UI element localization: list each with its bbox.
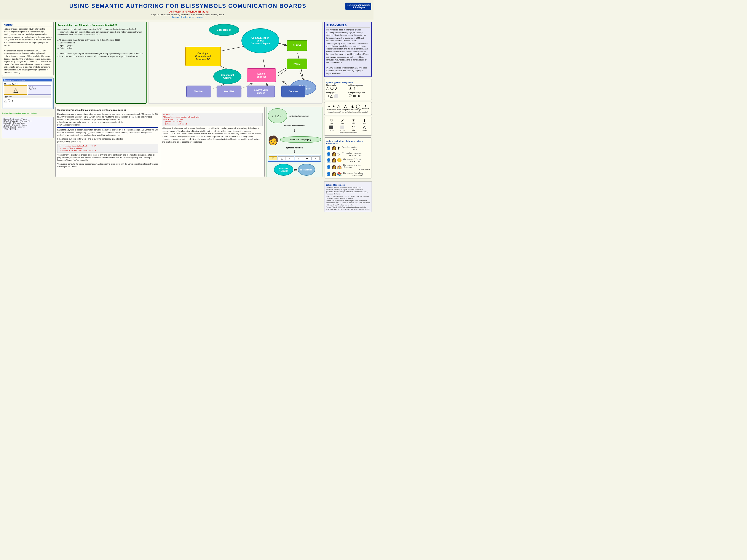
abstract-title: Abstract [4, 24, 52, 27]
bottom-center-row: Generation Process (lexical choice and s… [55, 107, 323, 177]
real-hebrew-1: יש מורה [341, 148, 357, 150]
comm-board-label: Communicationboard:Dynamic Display [251, 36, 270, 45]
affiliation: Dep. of Computer Science, Ben Gurion Uni… [30, 13, 345, 16]
bliss-cell-1: △ [278, 156, 286, 160]
modifiers-caption: Modifiers in Blissymbols [326, 132, 370, 134]
real-sym-1a: 👤 [326, 146, 331, 151]
real-row-2: 👤 👩 ♡ The teacher is a mother המורה היא … [326, 152, 370, 157]
pictographs-row: Pictographs △ ⬡ ∧ [326, 84, 347, 91]
compound-label: Compound symbols [349, 91, 370, 94]
real-text-2: The teacher is a mother המורה היא אמא [342, 152, 362, 156]
symbol-types-content: Pictographs △ ⬡ ∧ Arbitrary symbols ▲ ↑ … [326, 84, 370, 98]
ideographs-row: Ideographs □ △ ⬜ [326, 91, 347, 98]
symbol-variants: △ ▽ △ [29, 86, 51, 88]
symbol-display-main: △ [4, 85, 27, 95]
real-row-4: 👤 👩 🏫 The teacher is in the classroom המ… [326, 164, 370, 170]
mod-love: ♡ Love [326, 118, 337, 125]
symbols-insertion-label: symbols insertion [268, 147, 321, 149]
indicator-mind: △ Mind [327, 104, 331, 111]
brain-sym: ◬ [337, 104, 340, 109]
showing-symbol-label: Showing Symbol [4, 83, 51, 85]
indicator-minds: ▲ Minds [331, 104, 336, 111]
bliss-symbol-grid: ♡ △ □ ↑ ⊕ ∧ [269, 156, 320, 160]
real-english-4: The teacher is in the classroom [343, 164, 370, 168]
real-sym-5b: 👩 [332, 172, 336, 177]
real-hebrew-2: המורה היא אמא [342, 154, 362, 156]
tree-label: Tree [363, 123, 366, 125]
surge-node: SURGE [287, 40, 307, 51]
ontology-link[interactable]: Ontology fragments of concepts and relat… [2, 112, 36, 114]
bidirectional-arrow: ⇄ [294, 168, 297, 172]
bottom-sym-1: △ [4, 99, 7, 103]
email: {yaeln, elhadad}@cs.bgu.ac.il [30, 16, 345, 18]
screenshot-box: Online Bliss Dictionary Showing Symbol △… [2, 78, 54, 109]
mod-forest: ⬜ Forest [337, 125, 347, 131]
blissymbols-title: BLISSYMBOLS [326, 24, 369, 28]
col-center: Augmentative and Alternative Communicati… [55, 22, 323, 212]
modifiers-box: ♡ Love ✗ Hate ∑ Math ⬆ Tree ⬛ Thicket [324, 117, 372, 136]
mod-tree: ⬆ Tree [359, 118, 370, 125]
think-label: Think [350, 109, 355, 111]
bottom-symbols: △ ♡ ↑ [4, 99, 51, 103]
symbol-info: △ ▽ △ Type: think [28, 85, 51, 95]
love-label: Love [329, 123, 333, 125]
header: USING SEMANTIC AUTHORING FOR BLISSYMBOLS… [0, 0, 374, 20]
arbitrary-row: Arbitrary symbols ▲ ↑ ∫ [349, 84, 370, 91]
real-hebrew-4: המורה בכיתה [343, 168, 370, 170]
indicator-thought: ◯ Thought [355, 104, 361, 111]
gen-left-col: Each time a symbol is chosen, the system… [57, 113, 158, 168]
symbol-name-label: Type: think [29, 88, 51, 90]
symbol-types-grid: Pictographs △ ⬡ ∧ Arbitrary symbols ▲ ↑ … [326, 84, 370, 98]
real-sym-1b: 👩 [332, 146, 336, 151]
arbitrary-syms: ▲ ↑ ∫ [349, 86, 370, 90]
forest-sym: ⬜ [340, 125, 344, 129]
gen-text1: Each time a symbol is chosen, the system… [57, 113, 158, 126]
pictographs-label: Pictographs [326, 84, 347, 86]
compound-syms: ♡ ⊕ ⊗ [349, 94, 370, 98]
verbnet-node: VerbNet [186, 85, 211, 98]
mod-hate: ✗ Hate [337, 118, 347, 125]
verbnet-label: VerbNet [194, 90, 203, 93]
thought-label: Thought [355, 109, 361, 111]
gen-text3: If the chosen symbols so far were I and … [57, 138, 158, 143]
pablo-thought-bubble: Pablo and I are playing [280, 136, 321, 143]
real-sym-2a: 👤 [326, 152, 331, 157]
content-det-bubble: ♀ + △♡↑ [268, 108, 287, 123]
lexicalization-label: lexicalization [300, 169, 312, 171]
indicators-caption: Indicators modify the lexical category o… [326, 111, 370, 113]
real-sym-4c: 🏫 [337, 165, 342, 169]
aac-text: Augmentative and alternative communicati… [57, 28, 145, 58]
thought-sym: ◯ [356, 104, 360, 109]
references-title: Selected References [326, 184, 370, 186]
ontology-node: Ontology:Concepts andRelations DB [185, 47, 221, 66]
mind-sym: △ [328, 104, 331, 109]
wordnet-label: WordNet [224, 90, 234, 93]
real-sym-5c: 📚 [337, 172, 342, 177]
shout-label: Shout [362, 129, 367, 131]
arbitrary-label: Arbitrary symbols [349, 84, 370, 86]
symbol-types-box: Symbol types of Blissymbols Pictographs … [324, 79, 372, 100]
bliss-cell-selected: ♡ [269, 156, 277, 160]
abstract-box: Abstract Natural language generation (NL… [2, 22, 54, 76]
generation-process-box: Generation Process (lexical choice and s… [55, 107, 264, 177]
content-det-arrow-label: content determination [288, 115, 309, 117]
indicator-think: ◮ Think [350, 104, 355, 111]
aac-title: Augmentative and Alternative Communicati… [57, 24, 145, 27]
gen-process-content: Each time a symbol is chosen, the system… [57, 113, 263, 168]
bottom-sym-2: ♡ [7, 99, 10, 103]
gen-code-right: in this case: Alternation alternation-of… [162, 113, 263, 126]
real-english-2: The teacher is a mother [342, 152, 362, 154]
math-sym: ∑ [352, 118, 355, 123]
talk-label: Talk [352, 129, 355, 131]
think-sym: ◮ [351, 104, 354, 109]
bottom-sym-3: ↑ [11, 99, 13, 103]
real-english-5: The teacher has a book [343, 172, 364, 174]
content-det-label: content determination [288, 115, 309, 117]
person-figure: 🧑 [268, 135, 279, 145]
header-title-block: USING SEMANTIC AUTHORING FOR BLISSYMBOLS… [30, 3, 345, 18]
minds-sym: ▲ [332, 104, 336, 108]
screenshot-content: Showing Symbol △ △ ▽ △ Type: think Type … [3, 82, 52, 108]
flow-diagram: ♀ + △♡↑ content determination content de… [266, 107, 323, 177]
indicators-box: △ Mind ▲ Minds ◬ Brain ◭ Thoughtful ◮ [324, 102, 372, 115]
bliss-cell-3: ↑ [294, 156, 303, 160]
